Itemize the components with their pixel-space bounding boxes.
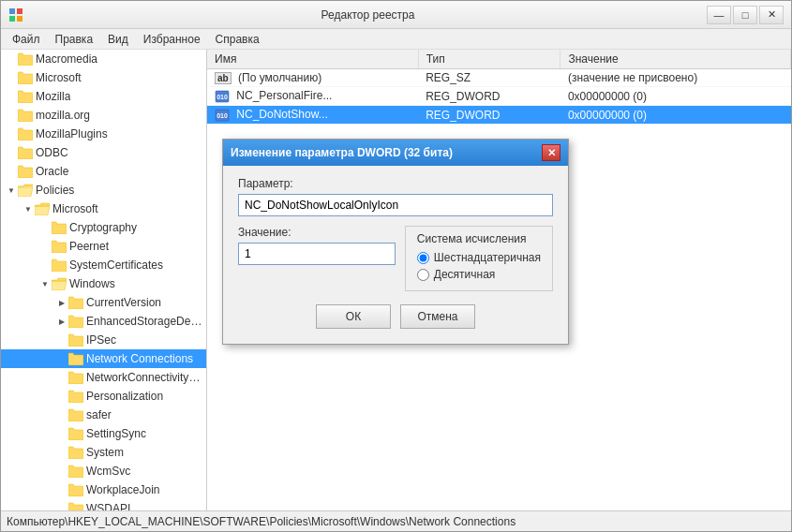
- param-name-input[interactable]: [238, 194, 553, 216]
- menu-help[interactable]: Справка: [208, 31, 267, 48]
- table-row[interactable]: 010 NC_PersonalFire... REG_DWORD 0x00000…: [207, 87, 791, 106]
- minimize-button[interactable]: —: [707, 6, 731, 24]
- tree-label: Oracle: [36, 165, 68, 178]
- ab-icon: ab: [215, 72, 232, 84]
- folder-icon: [18, 109, 33, 122]
- tree-item-personalization[interactable]: Personalization: [1, 387, 206, 406]
- tree-label: MozillaPlugins: [36, 127, 108, 140]
- tree-label: EnhancedStorageDevic...: [86, 315, 206, 328]
- reg-name-cell: 010 NC_PersonalFire...: [207, 87, 418, 106]
- menu-view[interactable]: Вид: [100, 31, 136, 48]
- folder-icon: [68, 427, 83, 440]
- tree-label: SettingSync: [86, 427, 146, 440]
- ok-button[interactable]: ОК: [316, 304, 391, 329]
- expand-collapse-icon[interactable]: ▼: [22, 202, 35, 215]
- hex-radio[interactable]: [417, 252, 429, 264]
- tree-item-systemcertificates[interactable]: SystemCertificates: [1, 256, 206, 274]
- tree-label: Windows: [69, 277, 115, 290]
- tree-label: WcmSvc: [86, 465, 130, 478]
- expand-collapse-icon[interactable]: ▼: [38, 277, 52, 290]
- param-label: Параметр:: [238, 177, 553, 190]
- tree-label: Microsoft: [52, 202, 98, 215]
- tree-label: CurrentVersion: [86, 296, 161, 309]
- folder-icon: [68, 315, 83, 328]
- tree-item-wcmsvc[interactable]: WcmSvc: [1, 462, 206, 480]
- tree-item-networkconnectivityst[interactable]: NetworkConnectivitySt...: [1, 368, 206, 387]
- tree-item-macromedia[interactable]: Macromedia: [1, 50, 206, 68]
- expand-icon: [5, 165, 18, 178]
- dialog-value-row: Значение: Система исчисления Шестнадцате…: [238, 226, 553, 291]
- dword-edit-dialog[interactable]: Изменение параметра DWORD (32 бита) ✕ Па…: [222, 139, 569, 345]
- svg-rect-3: [17, 16, 22, 22]
- tree-item-system[interactable]: System: [1, 443, 206, 462]
- folder-icon: [18, 146, 33, 159]
- registry-tree[interactable]: Macromedia Microsoft Mozilla: [1, 50, 207, 510]
- expand-collapse-icon[interactable]: ▼: [5, 184, 18, 197]
- folder-icon: [68, 465, 83, 478]
- tree-item-enhancedstoragedevices[interactable]: ▶ EnhancedStorageDevic...: [1, 312, 206, 331]
- tree-item-policies[interactable]: ▼ Policies: [1, 181, 206, 200]
- expand-icon: [38, 221, 52, 234]
- folder-icon: [18, 52, 33, 66]
- tree-item-mozilla[interactable]: Mozilla: [1, 87, 206, 106]
- folder-icon: [18, 127, 33, 140]
- folder-icon: [68, 483, 83, 496]
- table-row[interactable]: ab (По умолчанию) REG_SZ (значение не пр…: [207, 69, 791, 87]
- expand-icon: [38, 259, 52, 272]
- tree-item-mozillaplugins[interactable]: MozillaPlugins: [1, 125, 206, 143]
- close-button[interactable]: ✕: [759, 6, 784, 24]
- expand-icon: [38, 240, 52, 253]
- tree-label: System: [86, 446, 124, 459]
- tree-item-microsoft-root[interactable]: Microsoft: [1, 68, 206, 87]
- tree-item-microsoft[interactable]: ▼ Microsoft: [1, 200, 206, 218]
- value-input[interactable]: [238, 243, 396, 265]
- reg-type-cell: REG_DWORD: [418, 106, 560, 125]
- menu-favorites[interactable]: Избранное: [136, 31, 208, 48]
- tree-label: Network Connections: [86, 352, 193, 365]
- svg-rect-1: [17, 8, 22, 14]
- dec-radio[interactable]: [417, 269, 429, 281]
- tree-item-networkconnections[interactable]: Network Connections: [1, 349, 206, 368]
- dialog-body: Параметр: Значение: Система исчисления Ш…: [223, 166, 568, 344]
- cancel-button[interactable]: Отмена: [400, 304, 475, 329]
- dec-label: Десятичная: [434, 268, 496, 281]
- tree-label: Peernet: [69, 240, 109, 253]
- tree-label: IPSec: [86, 333, 116, 347]
- table-row[interactable]: 010 NC_DoNotShow... REG_DWORD 0x00000000…: [207, 106, 791, 125]
- folder-icon: [52, 221, 67, 234]
- tree-item-settingsync[interactable]: SettingSync: [1, 424, 206, 443]
- menu-edit[interactable]: Правка: [48, 31, 101, 48]
- tree-item-windows[interactable]: ▼ Windows: [1, 274, 206, 293]
- expand-collapse-icon[interactable]: ▶: [55, 296, 68, 309]
- tree-item-safer[interactable]: safer: [1, 406, 206, 424]
- reg-type-cell: REG_SZ: [418, 69, 560, 87]
- expand-icon: [55, 333, 68, 347]
- tree-item-odbc[interactable]: ODBC: [1, 143, 206, 162]
- value-label: Значение:: [238, 226, 396, 239]
- maximize-button[interactable]: □: [733, 6, 757, 24]
- window-controls: — □ ✕: [707, 6, 784, 24]
- hex-radio-option[interactable]: Шестнадцатеричная: [417, 251, 541, 264]
- tree-item-mozillaorg[interactable]: mozilla.org: [1, 106, 206, 125]
- tree-item-peernet[interactable]: Peernet: [1, 237, 206, 256]
- expand-icon: [55, 390, 68, 403]
- menu-file[interactable]: Файл: [5, 31, 48, 48]
- tree-item-ipsec[interactable]: IPSec: [1, 331, 206, 349]
- tree-label: WorkplaceJoin: [86, 483, 159, 496]
- tree-label: Microsoft: [36, 71, 82, 84]
- folder-icon: [68, 296, 83, 309]
- dialog-close-button[interactable]: ✕: [542, 144, 560, 161]
- tree-item-cryptography[interactable]: Cryptography: [1, 218, 206, 237]
- tree-label: WSDAPI: [86, 502, 130, 510]
- tree-item-currentversion[interactable]: ▶ CurrentVersion: [1, 293, 206, 312]
- expand-collapse-icon[interactable]: ▶: [55, 315, 68, 328]
- dec-radio-option[interactable]: Десятичная: [417, 268, 541, 281]
- column-value: Значение: [560, 50, 791, 69]
- tree-item-workplacejoin[interactable]: WorkplaceJoin: [1, 480, 206, 499]
- tree-item-wsdapi[interactable]: WSDAPI: [1, 499, 206, 510]
- title-bar: Редактор реестра — □ ✕: [1, 1, 791, 29]
- expand-icon: [5, 52, 18, 66]
- numbase-section: Система исчисления Шестнадцатеричная Дес…: [405, 226, 553, 291]
- tree-item-oracle[interactable]: Oracle: [1, 162, 206, 181]
- svg-text:010: 010: [217, 112, 228, 119]
